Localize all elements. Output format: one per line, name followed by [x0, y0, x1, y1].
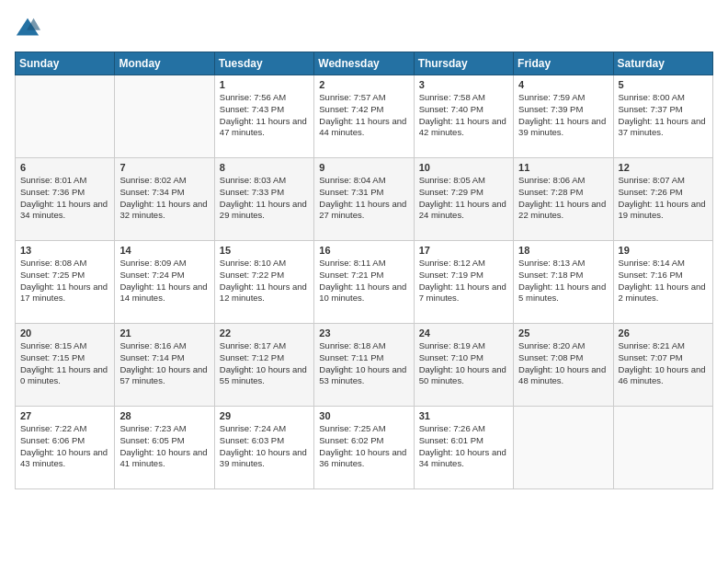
calendar-day-cell: 15Sunrise: 8:10 AM Sunset: 7:22 PM Dayli… [214, 241, 313, 324]
calendar-day-cell [613, 407, 712, 489]
day-info: Sunrise: 8:05 AM Sunset: 7:29 PM Dayligh… [419, 175, 508, 222]
day-info: Sunrise: 8:18 AM Sunset: 7:11 PM Dayligh… [319, 340, 408, 387]
calendar-day-cell: 14Sunrise: 8:09 AM Sunset: 7:24 PM Dayli… [115, 241, 214, 324]
day-info: Sunrise: 8:03 AM Sunset: 7:33 PM Dayligh… [220, 175, 309, 222]
day-number: 24 [419, 327, 508, 339]
calendar-day-cell: 27Sunrise: 7:22 AM Sunset: 6:06 PM Dayli… [16, 407, 115, 489]
day-number: 14 [119, 245, 209, 256]
calendar-day-cell: 26Sunrise: 8:21 AM Sunset: 7:07 PM Dayli… [613, 324, 712, 407]
day-number: 30 [319, 410, 408, 421]
day-number: 22 [220, 327, 309, 339]
day-info: Sunrise: 8:09 AM Sunset: 7:24 PM Dayligh… [119, 258, 209, 304]
day-info: Sunrise: 8:10 AM Sunset: 7:22 PM Dayligh… [220, 258, 309, 304]
calendar-day-cell: 23Sunrise: 8:18 AM Sunset: 7:11 PM Dayli… [314, 324, 414, 407]
day-number: 18 [518, 245, 608, 256]
day-info: Sunrise: 7:57 AM Sunset: 7:42 PM Dayligh… [319, 92, 408, 139]
logo-icon [15, 15, 40, 40]
calendar-week-row: 20Sunrise: 8:15 AM Sunset: 7:15 PM Dayli… [16, 324, 713, 407]
weekday-header: Saturday [613, 52, 712, 75]
weekday-header: Monday [115, 52, 214, 75]
day-info: Sunrise: 8:14 AM Sunset: 7:16 PM Dayligh… [619, 258, 708, 304]
day-info: Sunrise: 7:56 AM Sunset: 7:43 PM Dayligh… [220, 92, 309, 139]
calendar-day-cell: 30Sunrise: 7:25 AM Sunset: 6:02 PM Dayli… [314, 407, 414, 489]
calendar-day-cell [115, 75, 214, 158]
weekday-header: Sunday [16, 52, 115, 75]
day-info: Sunrise: 8:04 AM Sunset: 7:31 PM Dayligh… [319, 175, 408, 222]
day-info: Sunrise: 8:08 AM Sunset: 7:25 PM Dayligh… [20, 258, 109, 304]
calendar-day-cell: 13Sunrise: 8:08 AM Sunset: 7:25 PM Dayli… [16, 241, 115, 324]
day-info: Sunrise: 8:07 AM Sunset: 7:26 PM Dayligh… [619, 175, 708, 222]
day-number: 23 [319, 327, 408, 339]
day-number: 12 [619, 162, 708, 173]
day-number: 6 [20, 162, 109, 173]
day-info: Sunrise: 7:26 AM Sunset: 6:01 PM Dayligh… [419, 423, 508, 470]
calendar-day-cell: 3Sunrise: 7:58 AM Sunset: 7:40 PM Daylig… [414, 75, 513, 158]
calendar-day-cell: 6Sunrise: 8:01 AM Sunset: 7:36 PM Daylig… [16, 158, 115, 241]
calendar-day-cell: 25Sunrise: 8:20 AM Sunset: 7:08 PM Dayli… [514, 324, 613, 407]
day-number: 4 [518, 79, 608, 90]
day-info: Sunrise: 7:24 AM Sunset: 6:03 PM Dayligh… [220, 423, 309, 470]
calendar-day-cell: 9Sunrise: 8:04 AM Sunset: 7:31 PM Daylig… [314, 158, 414, 241]
calendar-header-row: SundayMondayTuesdayWednesdayThursdayFrid… [16, 52, 713, 75]
day-info: Sunrise: 7:58 AM Sunset: 7:40 PM Dayligh… [419, 92, 508, 139]
calendar-day-cell: 28Sunrise: 7:23 AM Sunset: 6:05 PM Dayli… [115, 407, 214, 489]
day-info: Sunrise: 8:11 AM Sunset: 7:21 PM Dayligh… [319, 258, 408, 304]
calendar-day-cell: 8Sunrise: 8:03 AM Sunset: 7:33 PM Daylig… [214, 158, 313, 241]
calendar-day-cell [514, 407, 613, 489]
day-number: 31 [419, 410, 508, 421]
calendar-day-cell: 21Sunrise: 8:16 AM Sunset: 7:14 PM Dayli… [115, 324, 214, 407]
calendar-week-row: 27Sunrise: 7:22 AM Sunset: 6:06 PM Dayli… [16, 407, 713, 489]
day-number: 16 [319, 245, 408, 256]
day-number: 1 [220, 79, 309, 90]
day-number: 11 [518, 162, 608, 173]
calendar-day-cell: 11Sunrise: 8:06 AM Sunset: 7:28 PM Dayli… [514, 158, 613, 241]
day-info: Sunrise: 8:00 AM Sunset: 7:37 PM Dayligh… [619, 92, 708, 139]
day-info: Sunrise: 8:16 AM Sunset: 7:14 PM Dayligh… [119, 340, 209, 387]
day-info: Sunrise: 7:23 AM Sunset: 6:05 PM Dayligh… [119, 423, 209, 470]
day-number: 19 [619, 245, 708, 256]
day-number: 10 [419, 162, 508, 173]
day-number: 17 [419, 245, 508, 256]
calendar-day-cell: 17Sunrise: 8:12 AM Sunset: 7:19 PM Dayli… [414, 241, 513, 324]
day-info: Sunrise: 8:13 AM Sunset: 7:18 PM Dayligh… [518, 258, 608, 304]
day-info: Sunrise: 8:15 AM Sunset: 7:15 PM Dayligh… [20, 340, 109, 387]
calendar-day-cell: 19Sunrise: 8:14 AM Sunset: 7:16 PM Dayli… [613, 241, 712, 324]
day-number: 5 [619, 79, 708, 90]
day-number: 7 [119, 162, 209, 173]
day-info: Sunrise: 8:20 AM Sunset: 7:08 PM Dayligh… [518, 340, 608, 387]
day-number: 28 [119, 410, 209, 421]
calendar-day-cell: 4Sunrise: 7:59 AM Sunset: 7:39 PM Daylig… [514, 75, 613, 158]
day-info: Sunrise: 7:22 AM Sunset: 6:06 PM Dayligh… [20, 423, 109, 470]
day-number: 2 [319, 79, 408, 90]
day-info: Sunrise: 8:02 AM Sunset: 7:34 PM Dayligh… [119, 175, 209, 222]
day-number: 26 [619, 327, 708, 339]
calendar-day-cell: 20Sunrise: 8:15 AM Sunset: 7:15 PM Dayli… [16, 324, 115, 407]
weekday-header: Thursday [414, 52, 513, 75]
day-info: Sunrise: 7:25 AM Sunset: 6:02 PM Dayligh… [319, 423, 408, 470]
calendar-day-cell: 5Sunrise: 8:00 AM Sunset: 7:37 PM Daylig… [613, 75, 712, 158]
calendar-day-cell: 29Sunrise: 7:24 AM Sunset: 6:03 PM Dayli… [214, 407, 313, 489]
calendar-week-row: 1Sunrise: 7:56 AM Sunset: 7:43 PM Daylig… [16, 75, 713, 158]
day-number: 3 [419, 79, 508, 90]
calendar-day-cell: 2Sunrise: 7:57 AM Sunset: 7:42 PM Daylig… [314, 75, 414, 158]
weekday-header: Tuesday [214, 52, 313, 75]
day-info: Sunrise: 8:01 AM Sunset: 7:36 PM Dayligh… [20, 175, 109, 222]
calendar-day-cell: 10Sunrise: 8:05 AM Sunset: 7:29 PM Dayli… [414, 158, 513, 241]
day-info: Sunrise: 8:19 AM Sunset: 7:10 PM Dayligh… [419, 340, 508, 387]
day-info: Sunrise: 8:21 AM Sunset: 7:07 PM Dayligh… [619, 340, 708, 387]
day-number: 25 [518, 327, 608, 339]
weekday-header: Friday [514, 52, 613, 75]
day-number: 27 [20, 410, 109, 421]
calendar-day-cell: 18Sunrise: 8:13 AM Sunset: 7:18 PM Dayli… [514, 241, 613, 324]
day-number: 20 [20, 327, 109, 339]
logo [15, 15, 44, 40]
weekday-header: Wednesday [314, 52, 414, 75]
day-number: 21 [119, 327, 209, 339]
day-number: 9 [319, 162, 408, 173]
calendar-day-cell: 16Sunrise: 8:11 AM Sunset: 7:21 PM Dayli… [314, 241, 414, 324]
day-info: Sunrise: 8:06 AM Sunset: 7:28 PM Dayligh… [518, 175, 608, 222]
day-number: 29 [220, 410, 309, 421]
day-number: 8 [220, 162, 309, 173]
calendar-day-cell: 31Sunrise: 7:26 AM Sunset: 6:01 PM Dayli… [414, 407, 513, 489]
day-info: Sunrise: 8:17 AM Sunset: 7:12 PM Dayligh… [220, 340, 309, 387]
